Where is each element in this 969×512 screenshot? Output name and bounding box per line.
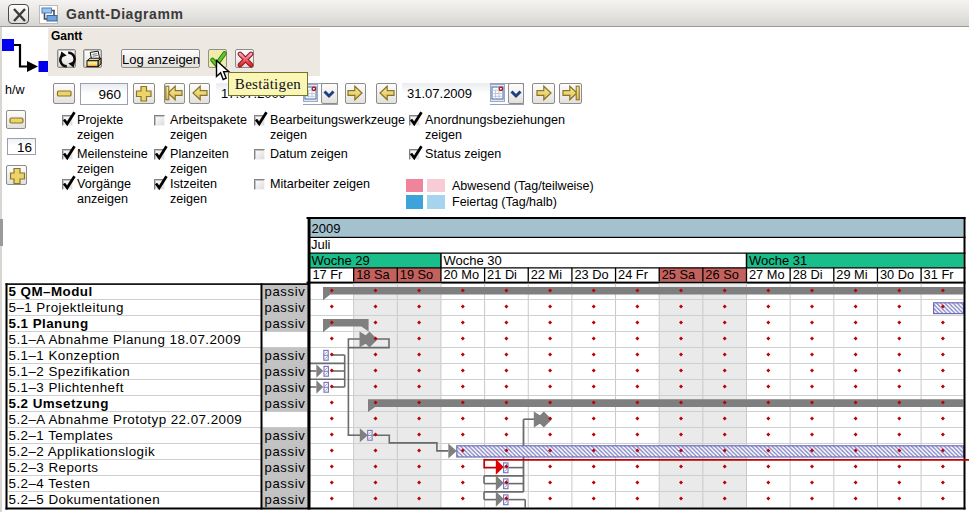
svg-text:19 So: 19 So [400, 267, 433, 282]
svg-text:passiv: passiv [265, 476, 306, 491]
svg-text:24 Fr: 24 Fr [618, 267, 649, 282]
svg-text:31 Fr: 31 Fr [924, 267, 955, 282]
svg-text:passiv: passiv [265, 444, 306, 459]
svg-text:5.1–2 Spezifikation: 5.1–2 Spezifikation [9, 364, 131, 379]
svg-text:Woche 31: Woche 31 [749, 253, 807, 268]
svg-text:30 Do: 30 Do [880, 267, 914, 282]
svg-text:passiv: passiv [265, 460, 306, 475]
svg-text:5.1–3 Plichtenheft: 5.1–3 Plichtenheft [9, 380, 124, 395]
svg-text:5.2–3 Reports: 5.2–3 Reports [9, 460, 99, 475]
svg-text:5.1–A Abnahme Planung 18.07.20: 5.1–A Abnahme Planung 18.07.2009 [9, 332, 242, 347]
svg-text:passiv: passiv [265, 380, 306, 395]
svg-text:5.2–4 Testen: 5.2–4 Testen [9, 476, 91, 491]
svg-text:21 Di: 21 Di [487, 267, 517, 282]
svg-text:5.1 Planung: 5.1 Planung [9, 316, 89, 331]
svg-text:passiv: passiv [265, 284, 306, 299]
svg-text:5.2–A Abnahme Prototyp 22.07.2: 5.2–A Abnahme Prototyp 22.07.2009 [9, 412, 243, 427]
svg-text:passiv: passiv [265, 348, 306, 363]
svg-text:17 Fr: 17 Fr [313, 267, 344, 282]
svg-text:passiv: passiv [265, 396, 306, 411]
svg-text:22 Mi: 22 Mi [531, 267, 562, 282]
svg-text:27 Mo: 27 Mo [749, 267, 785, 282]
svg-text:passiv: passiv [265, 428, 306, 443]
svg-text:23 Do: 23 Do [574, 267, 608, 282]
svg-text:5.2–2 Applikationslogik: 5.2–2 Applikationslogik [9, 444, 156, 459]
svg-text:5.2 Umsetzung: 5.2 Umsetzung [9, 396, 109, 411]
svg-text:5–1 Projektleitung: 5–1 Projektleitung [9, 300, 124, 315]
svg-text:passiv: passiv [265, 364, 306, 379]
svg-text:20 Mo: 20 Mo [443, 267, 479, 282]
svg-text:Woche 30: Woche 30 [443, 253, 501, 268]
svg-text:Juli: Juli [311, 237, 331, 252]
svg-text:26 So: 26 So [705, 267, 738, 282]
svg-text:25 Sa: 25 Sa [662, 267, 696, 282]
svg-text:18 Sa: 18 Sa [356, 267, 390, 282]
svg-text:5.1–1 Konzeption: 5.1–1 Konzeption [9, 348, 120, 363]
svg-text:2009: 2009 [312, 221, 341, 236]
svg-text:28 Di: 28 Di [793, 267, 823, 282]
svg-text:passiv: passiv [265, 300, 306, 315]
svg-text:5.2–1 Templates: 5.2–1 Templates [9, 428, 114, 443]
svg-text:passiv: passiv [265, 316, 306, 331]
svg-text:5.2–5 Dokumentationen: 5.2–5 Dokumentationen [9, 492, 161, 507]
svg-text:5 QM–Modul: 5 QM–Modul [9, 284, 93, 299]
svg-text:29 Mi: 29 Mi [836, 267, 867, 282]
svg-text:passiv: passiv [265, 492, 306, 507]
svg-text:Woche 29: Woche 29 [312, 253, 370, 268]
